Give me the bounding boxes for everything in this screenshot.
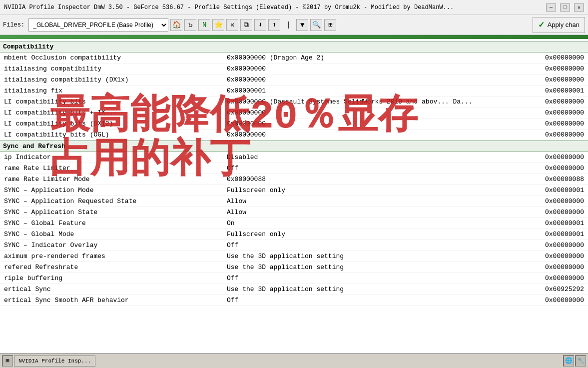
setting-hex: 0x00000000 — [528, 274, 588, 282]
table-row[interactable]: ertical Sync Smooth AFR behavior Off 0x0… — [0, 295, 588, 306]
taskbar-icon-1[interactable]: 🌐 — [563, 356, 574, 366]
table-row[interactable]: rame Rate Limiter Off 0x00000000 — [0, 163, 588, 174]
setting-hex: 0x00000000 — [528, 76, 588, 84]
setting-hex: 0x00000000 — [528, 252, 588, 260]
taskbar-icon-2[interactable]: 🔧 — [575, 356, 586, 366]
setting-value: Fullscreen only — [225, 186, 528, 194]
taskbar-app-button[interactable]: NVIDIA Profile Insp... — [14, 356, 95, 366]
table-row[interactable]: refered Refreshrate Use the 3D applicati… — [0, 262, 588, 273]
grid-icon[interactable]: ⊞ — [324, 19, 336, 31]
setting-hex: 0x00000000 — [528, 131, 588, 138]
table-row[interactable]: SYNC – Application Mode Fullscreen only … — [0, 185, 588, 196]
table-row[interactable]: SYNC – Application Requested State Allow… — [0, 196, 588, 207]
star-icon[interactable]: ⭐ — [212, 19, 224, 31]
table-row[interactable]: ertical Sync Use the 3D application sett… — [0, 284, 588, 295]
search-icon[interactable]: 🔍 — [310, 19, 322, 31]
table-row[interactable]: riple buffering Off 0x00000000 — [0, 273, 588, 284]
setting-name: itialiasing fix — [0, 87, 225, 94]
setting-hex: 0x00000001 — [528, 220, 588, 227]
setting-name: itialiasing compatibility — [0, 65, 225, 72]
setting-name: rame Rate Limiter Mode — [0, 176, 225, 183]
setting-name: rame Rate Limiter — [0, 164, 225, 172]
copy-icon[interactable]: ⧉ — [240, 19, 252, 31]
table-row[interactable]: LI compatibility bits (DX12) 0x00000000 … — [0, 118, 588, 130]
setting-hex: 0x00000000 — [528, 109, 588, 116]
close-button[interactable]: ✕ — [574, 4, 584, 12]
nvidia-icon[interactable]: N — [198, 19, 210, 31]
separator-icon: | — [282, 19, 294, 31]
table-row[interactable]: SYNC – Global Mode Fullscreen only 0x000… — [0, 229, 588, 240]
setting-value: Disabled — [225, 154, 528, 161]
delete-icon[interactable]: ✕ — [226, 19, 238, 31]
setting-value: Allow — [225, 198, 528, 205]
setting-name: LI compatibility bits (OGL) — [0, 131, 225, 138]
table-row[interactable]: SYNC – Global Feature On 0x00000001 — [0, 218, 588, 229]
table-row[interactable]: LI compatibility bits (OGL) 0x00000000 0… — [0, 130, 588, 140]
settings-panel: Compatibility mbient Occlusion compatibi… — [0, 39, 588, 353]
home-icon[interactable]: 🏠 — [170, 19, 182, 31]
import-icon[interactable]: ⬇ — [254, 19, 266, 31]
table-row[interactable]: LI compatibility bits + IX... 0x00000000… — [0, 108, 588, 118]
checkmark-icon: ✓ — [538, 20, 545, 30]
table-row[interactable]: itialiasing fix 0x00000001 0x00000001 — [0, 86, 588, 96]
files-label: Files: — [3, 22, 24, 28]
setting-name: ertical Sync Smooth AFR behavior — [0, 296, 225, 304]
green-accent-bar — [0, 35, 588, 39]
setting-name: mbient Occlusion compatibility — [0, 54, 225, 62]
apply-changes-button[interactable]: ✓ Apply chan — [533, 17, 585, 33]
setting-value: 0x00000000 (Dassault Systemes SolidWorks… — [225, 98, 528, 106]
setting-value: Off — [225, 242, 528, 249]
setting-name: ertical Sync — [0, 286, 225, 293]
setting-hex: 0x00000000 — [528, 198, 588, 205]
setting-value: Use the 3D application setting — [225, 286, 528, 293]
setting-name: refered Refreshrate — [0, 264, 225, 271]
filter-icon[interactable]: ▼ — [296, 19, 308, 31]
setting-value: 0x00000000 — [225, 76, 528, 84]
table-row[interactable]: aximum pre-rendered frames Use the 3D ap… — [0, 251, 588, 262]
export-icon[interactable]: ⬆ — [268, 19, 280, 31]
profile-select[interactable]: _GLOBAL_DRIVER_PROFILE (Base Profile) — [28, 18, 168, 32]
maximize-button[interactable]: □ — [560, 4, 570, 12]
setting-name: SYNC – Global Feature — [0, 220, 225, 227]
table-row[interactable]: LI compatibility bits 0x00000000 (Dassau… — [0, 96, 588, 108]
section-compatibility: Compatibility — [0, 41, 588, 52]
setting-hex: 0x00000001 — [528, 87, 588, 94]
setting-hex: 0x00000001 — [528, 230, 588, 238]
setting-value: 0x00000000 (Dragon Age 2) — [225, 54, 528, 62]
toolbar: Files: _GLOBAL_DRIVER_PROFILE (Base Prof… — [0, 15, 588, 35]
setting-name: ip Indicator — [0, 154, 225, 161]
table-row[interactable]: ip Indicator Disabled 0x00000000 — [0, 152, 588, 163]
table-row[interactable]: mbient Occlusion compatibility 0x0000000… — [0, 52, 588, 64]
table-row[interactable]: rame Rate Limiter Mode 0x00000088 0x0000… — [0, 174, 588, 185]
setting-value: On — [225, 220, 528, 227]
table-row[interactable]: SYNC – Indicator Overlay Off 0x00000000 — [0, 240, 588, 251]
table-row[interactable]: itialiasing compatibility (DX1x) 0x00000… — [0, 74, 588, 86]
table-row[interactable]: SYNC – Application State Allow 0x0000000… — [0, 207, 588, 218]
setting-name: LI compatibility bits + IX... — [0, 109, 225, 116]
setting-name: SYNC – Application Mode — [0, 186, 225, 194]
taskbar: ⊞ NVIDIA Profile Insp... 🌐 🔧 — [0, 353, 588, 368]
setting-value: Off — [225, 164, 528, 172]
setting-value: 0x00000000 — [225, 65, 528, 72]
window-title: NVIDIA Profile Inspector DmW 3.50 - GeFo… — [4, 4, 454, 11]
start-button[interactable]: ⊞ — [2, 356, 13, 366]
setting-hex: 0x00000000 — [528, 264, 588, 271]
setting-hex: 0x60925292 — [528, 286, 588, 293]
table-row[interactable]: itialiasing compatibility 0x00000000 0x0… — [0, 64, 588, 74]
setting-value: 0x00000001 — [225, 87, 528, 94]
setting-value: Allow — [225, 208, 528, 216]
setting-value: 0x00000088 — [225, 176, 528, 183]
setting-hex: 0x00000001 — [528, 186, 588, 194]
setting-name: LI compatibility bits — [0, 98, 225, 106]
setting-name: SYNC – Global Mode — [0, 230, 225, 238]
setting-value: Use the 3D application setting — [225, 252, 528, 260]
refresh-icon[interactable]: ↻ — [184, 19, 196, 31]
setting-name: SYNC – Application Requested State — [0, 198, 225, 205]
setting-value: Off — [225, 296, 528, 304]
minimize-button[interactable]: — — [546, 4, 556, 12]
section-sync-refresh: Sync and Refresh — [0, 140, 588, 152]
setting-value: 0x00000000 — [225, 109, 528, 116]
setting-hex: 0x00000000 — [528, 65, 588, 72]
setting-name: riple buffering — [0, 274, 225, 282]
setting-name: itialiasing compatibility (DX1x) — [0, 76, 225, 84]
